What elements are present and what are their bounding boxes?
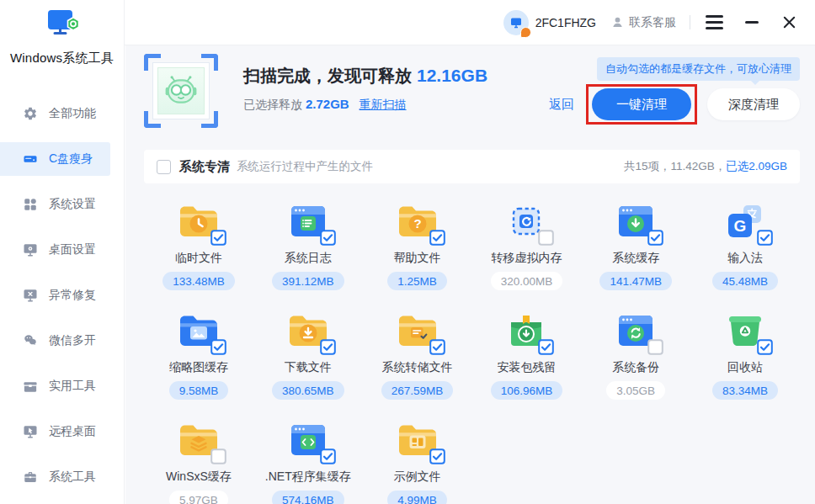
item-checkbox-unchecked[interactable]	[210, 448, 226, 464]
sidebar-item-异常修复[interactable]: 异常修复	[0, 279, 124, 312]
item-label: .NET程序集缓存	[265, 470, 351, 485]
wechat-icon	[23, 333, 38, 348]
deep-clean-button[interactable]: 深度清理	[707, 88, 800, 120]
item-label: 缩略图缓存	[169, 360, 228, 375]
file-category-WinSxS缓存[interactable]: WinSxS缓存 5.97GB	[144, 412, 253, 504]
file-category-临时文件[interactable]: 临时文件 133.48MB	[144, 194, 253, 303]
main-content: 扫描完成，发现可释放12.16GB 已选择释放2.72GB 重新扫描 自动勾选的…	[125, 45, 815, 504]
item-size-badge: 1.25MB	[387, 272, 447, 290]
item-size-badge: 133.48MB	[162, 272, 235, 290]
item-size-badge: 267.59MB	[381, 381, 454, 400]
item-size-badge: 4.99MB	[387, 491, 447, 504]
drive-icon	[23, 151, 38, 167]
sidebar-item-远程桌面[interactable]: 远程桌面	[0, 415, 124, 448]
monitor-repair-icon	[23, 288, 38, 303]
item-label: 系统备份	[612, 360, 659, 375]
app-window: Windows系统工具 全部功能 C盘瘦身 系统设置 桌面设置 异常修复 微信多…	[0, 0, 815, 504]
item-size-badge: 141.47MB	[599, 272, 672, 290]
file-category-转移虚拟内存[interactable]: 转移虚拟内存 320.00MB	[471, 194, 581, 303]
item-label: 示例文件	[394, 470, 441, 485]
sidebar-item-系统设置[interactable]: 系统设置	[0, 188, 124, 221]
sidebar-item-label: 微信多开	[49, 333, 96, 348]
avatar-badge-icon	[520, 27, 531, 38]
file-category-grid: 临时文件 133.48MB 系统日志 391.12MB ? 帮助文件 1.25M…	[144, 194, 800, 504]
account-id[interactable]: 2FC1FHZG	[535, 16, 596, 29]
item-label: 转移虚拟内存	[491, 251, 562, 266]
file-category-下载文件[interactable]: 下载文件 380.65MB	[253, 303, 363, 412]
file-category-帮助文件[interactable]: ? 帮助文件 1.25MB	[363, 194, 472, 303]
sidebar-item-label: 远程桌面	[49, 424, 96, 439]
back-link[interactable]: 返回	[549, 97, 574, 113]
monitor-icon	[509, 16, 523, 29]
item-label: 安装包残留	[497, 360, 556, 375]
item-size-badge: 106.96MB	[491, 381, 563, 400]
rescan-link[interactable]: 重新扫描	[360, 98, 407, 111]
item-checkbox-checked[interactable]	[320, 448, 336, 464]
item-label: 回收站	[727, 360, 763, 375]
menu-icon[interactable]	[706, 15, 723, 29]
sidebar-item-桌面设置[interactable]: 桌面设置	[0, 233, 124, 267]
sidebar-item-label: 桌面设置	[49, 242, 96, 257]
item-checkbox-checked[interactable]	[429, 230, 445, 246]
sidebar-item-系统工具[interactable]: 系统工具	[0, 460, 124, 494]
svg-text:?: ?	[413, 216, 421, 231]
item-label: 系统缓存	[612, 251, 659, 266]
item-size-badge: 9.58MB	[169, 381, 229, 400]
section-selected-size[interactable]: 已选2.09GB	[726, 159, 787, 174]
close-icon[interactable]	[782, 15, 796, 29]
item-checkbox-checked[interactable]	[429, 448, 445, 464]
file-category-安装包残留[interactable]: 安装包残留 106.96MB	[471, 303, 581, 412]
section-checkbox[interactable]	[157, 160, 171, 174]
auto-select-tooltip: 自动勾选的都是缓存文件，可放心清理	[597, 57, 800, 81]
sidebar-item-label: C盘瘦身	[49, 151, 93, 167]
file-category-系统备份[interactable]: 系统备份 3.05GB	[581, 303, 690, 412]
file-category-系统缓存[interactable]: 系统缓存 141.47MB	[581, 194, 690, 303]
section-summary: 共15项，11.42GB，	[624, 159, 726, 174]
system-clean-section: 系统专清 系统运行过程中产生的文件 共15项，11.42GB， 已选2.09GB	[144, 150, 800, 183]
item-checkbox-unchecked[interactable]	[647, 339, 663, 355]
item-checkbox-checked[interactable]	[320, 230, 336, 246]
file-category-缩略图缓存[interactable]: 缩略图缓存 9.58MB	[144, 303, 253, 412]
item-checkbox-checked[interactable]	[320, 339, 336, 355]
item-label: 临时文件	[175, 251, 222, 266]
one-click-clean-button[interactable]: 一键清理	[592, 88, 691, 120]
item-checkbox-checked[interactable]	[210, 339, 226, 355]
file-category-示例文件[interactable]: 示例文件 4.99MB	[363, 412, 472, 504]
app-title: Windows系统工具	[10, 50, 114, 66]
briefcase-icon	[23, 470, 38, 485]
item-checkbox-checked[interactable]	[538, 339, 554, 355]
item-label: 系统转储文件	[382, 360, 453, 375]
item-checkbox-checked[interactable]	[647, 230, 663, 246]
item-checkbox-checked[interactable]	[210, 230, 226, 246]
item-checkbox-unchecked[interactable]	[538, 230, 554, 246]
file-category-系统转储文件[interactable]: 系统转储文件 267.59MB	[363, 303, 472, 412]
file-category-.NET程序集缓存[interactable]: .NET程序集缓存 574.16MB	[253, 412, 363, 504]
sidebar-item-label: 异常修复	[49, 288, 96, 303]
account-avatar[interactable]	[503, 10, 529, 35]
item-size-badge: 5.97GB	[169, 491, 228, 504]
item-checkbox-checked[interactable]	[757, 339, 773, 355]
file-category-输入法[interactable]: G 输入法 45.48MB	[690, 194, 800, 303]
monitor-gear-icon	[23, 242, 38, 257]
contact-support-button[interactable]: 联系客服	[611, 15, 676, 30]
sidebar-item-全部功能[interactable]: 全部功能	[0, 97, 124, 130]
item-size-badge: 380.65MB	[272, 381, 344, 400]
item-checkbox-checked[interactable]	[757, 230, 773, 246]
item-size-badge: 320.00MB	[491, 272, 563, 290]
minimize-icon[interactable]	[745, 15, 760, 30]
person-icon	[611, 16, 624, 29]
sidebar-item-微信多开[interactable]: 微信多开	[0, 324, 124, 358]
scan-result-title: 扫描完成，发现可释放12.16GB	[243, 65, 487, 88]
scan-header: 扫描完成，发现可释放12.16GB 已选择释放2.72GB 重新扫描 自动勾选的…	[125, 45, 815, 128]
item-checkbox-checked[interactable]	[429, 339, 445, 355]
sidebar-item-实用工具[interactable]: 实用工具	[0, 369, 124, 403]
section-description: 系统运行过程中产生的文件	[237, 159, 373, 174]
scan-result-sub: 已选择释放2.72GB 重新扫描	[243, 97, 487, 113]
file-category-回收站[interactable]: 回收站 83.34MB	[690, 303, 800, 412]
file-category-系统日志[interactable]: 系统日志 391.12MB	[253, 194, 363, 303]
item-size-badge: 3.05GB	[606, 381, 665, 400]
remote-desktop-icon	[23, 424, 38, 439]
gear-icon	[23, 106, 38, 121]
sidebar-item-C盘瘦身[interactable]: C盘瘦身	[0, 142, 110, 176]
item-size-badge: 45.48MB	[712, 272, 778, 290]
